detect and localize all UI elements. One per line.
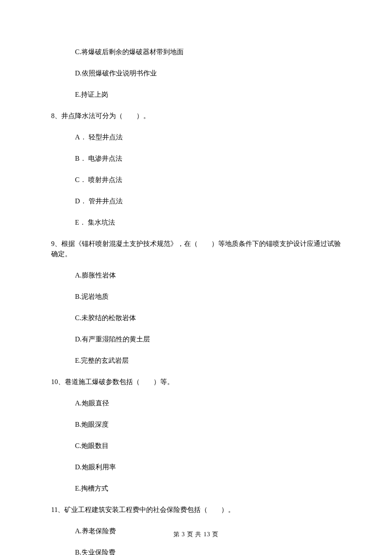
question-8-option-e: E． 集水坑法 xyxy=(51,217,341,228)
prior-question-option-c: C.将爆破后剩余的爆破器材带到地面 xyxy=(51,47,341,57)
prior-question-option-d: D.依照爆破作业说明书作业 xyxy=(51,68,341,78)
question-9: 9、根据《锚杆喷射混凝土支护技术规范》，在（ ）等地质条件下的锚喷支护设计应通过… xyxy=(51,239,341,259)
question-9-option-d: D.有严重湿陷性的黄土层 xyxy=(51,334,341,344)
prior-question-option-e: E.持证上岗 xyxy=(51,90,341,100)
question-9-option-a: A.膨胀性岩体 xyxy=(51,270,341,280)
question-11-option-b: B.失业保险费 xyxy=(51,547,341,555)
question-8-option-d: D． 管井井点法 xyxy=(51,196,341,206)
question-10-option-b: B.炮眼深度 xyxy=(51,419,341,430)
question-8-option-b: B． 电渗井点法 xyxy=(51,153,341,164)
question-9-option-e: E.完整的玄武岩层 xyxy=(51,356,341,366)
question-10-option-d: D.炮眼利用率 xyxy=(51,462,341,472)
question-10-option-a: A.炮眼直径 xyxy=(51,398,341,408)
question-8-option-a: A． 轻型井点法 xyxy=(51,132,341,142)
question-10-option-c: C.炮眼数目 xyxy=(51,441,341,451)
question-8-option-c: C． 喷射井点法 xyxy=(51,175,341,185)
page-container: C.将爆破后剩余的爆破器材带到地面 D.依照爆破作业说明书作业 E.持证上岗 8… xyxy=(0,0,392,555)
question-9-option-c: C.未胶结的松散岩体 xyxy=(51,313,341,323)
question-8: 8、井点降水法可分为（ ）。 xyxy=(51,111,341,121)
question-10-option-e: E.掏槽方式 xyxy=(51,483,341,494)
question-9-option-b: B.泥岩地质 xyxy=(51,292,341,302)
page-footer: 第 3 页 共 13 页 xyxy=(0,530,392,539)
question-11: 11、矿业工程建筑安装工程费中的社会保险费包括（ ）。 xyxy=(51,505,341,515)
question-10: 10、巷道施工爆破参数包括（ ）等。 xyxy=(51,377,341,387)
